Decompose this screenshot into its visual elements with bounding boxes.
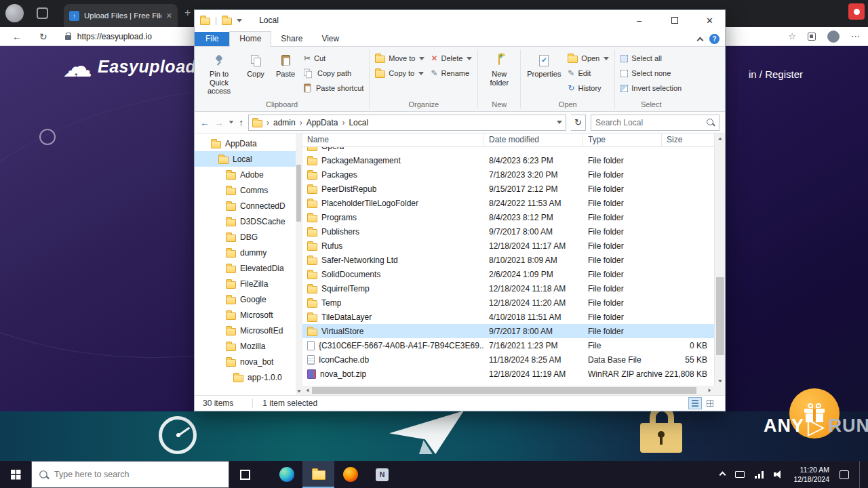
file-row[interactable]: PeerDistRepub 9/15/2017 2:12 PM File fol… xyxy=(302,182,714,196)
file-row[interactable]: {C310C6EF-5667-4A0B-A41F-7B94CE3E69... 7… xyxy=(302,338,714,352)
sidebar-folder-item[interactable]: ConnectedD xyxy=(195,198,302,214)
column-header-size[interactable]: Size xyxy=(662,134,714,146)
copy-button[interactable]: Copy xyxy=(242,49,269,80)
show-desktop-button[interactable] xyxy=(859,461,863,488)
sidebar-scrollbar-thumb[interactable] xyxy=(296,165,301,222)
sidebar-folder-item[interactable]: dummy xyxy=(195,245,302,260)
file-row[interactable]: nova_bot.zip 12/18/2024 11:19 AM WinRAR … xyxy=(302,367,714,381)
new-tab-button[interactable]: + xyxy=(184,7,191,19)
explorer-titlebar[interactable]: | Local – ✕ xyxy=(195,10,725,30)
taskbar-search-input[interactable] xyxy=(54,470,221,479)
icons-view-button[interactable] xyxy=(703,397,717,409)
taskbar-edge-button[interactable] xyxy=(271,461,302,488)
file-row[interactable]: PlaceholderTileLogoFolder 8/24/2022 11:5… xyxy=(302,196,714,210)
qat-folder-icon[interactable] xyxy=(222,18,232,25)
tab-home[interactable]: Home xyxy=(229,31,271,47)
file-row[interactable]: Rufus 12/18/2024 11:17 AM File folder xyxy=(302,239,714,253)
tab-close-icon[interactable]: ✕ xyxy=(166,12,172,20)
recent-locations-icon[interactable] xyxy=(229,121,233,124)
sidebar-folder-item[interactable]: app-1.0.0 xyxy=(195,369,302,385)
file-row[interactable]: VirtualStore 9/7/2017 8:00 AM File folde… xyxy=(302,324,714,338)
up-icon[interactable]: ↑ xyxy=(239,117,243,128)
move-to-button[interactable]: Move to xyxy=(373,52,427,64)
scroll-up-icon[interactable] xyxy=(718,137,722,140)
address-bar-url[interactable]: https://easyupload.io xyxy=(77,32,152,41)
history-button[interactable]: ↻ History xyxy=(566,82,611,94)
collapse-ribbon-icon[interactable] xyxy=(697,37,704,43)
file-row[interactable]: PackageManagement 8/4/2023 6:23 PM File … xyxy=(302,153,714,167)
start-button[interactable] xyxy=(0,461,31,488)
volume-tray-icon[interactable] xyxy=(774,470,783,479)
breadcrumb-item[interactable]: › Local xyxy=(340,118,370,127)
tab-share[interactable]: Share xyxy=(271,32,312,46)
red-extension-icon[interactable] xyxy=(848,3,865,20)
details-view-button[interactable] xyxy=(688,397,702,409)
help-icon[interactable]: ? xyxy=(709,34,719,44)
file-row[interactable]: Packages 7/18/2023 3:20 PM File folder xyxy=(302,167,714,182)
browser-avatar-icon[interactable] xyxy=(827,30,840,43)
action-center-icon[interactable] xyxy=(840,470,849,479)
paste-shortcut-button[interactable]: Paste shortcut xyxy=(302,82,366,94)
column-header-name[interactable]: Name xyxy=(302,134,484,146)
address-dropdown-icon[interactable] xyxy=(557,121,562,124)
edit-button[interactable]: ✎ Edit xyxy=(566,67,611,79)
vertical-scrollbar[interactable] xyxy=(714,134,725,386)
file-row[interactable]: Safer-Networking Ltd 8/10/2021 8:09 AM F… xyxy=(302,253,714,267)
explorer-search-box[interactable] xyxy=(591,115,719,131)
sidebar-folder-item[interactable]: FileZilla xyxy=(195,276,302,291)
taskbar-search-box[interactable] xyxy=(31,461,229,488)
sidebar-folder-item[interactable]: D3DSCache xyxy=(195,214,302,229)
browser-back-icon[interactable]: ← xyxy=(12,31,22,42)
select-none-button[interactable]: Select none xyxy=(618,67,684,79)
qat-customize-chevron-icon[interactable] xyxy=(237,19,242,22)
file-row[interactable]: SolidDocuments 2/6/2024 1:09 PM File fol… xyxy=(302,267,714,281)
file-row[interactable]: TileDataLayer 4/10/2018 11:51 AM File fo… xyxy=(302,310,714,324)
tab-view[interactable]: View xyxy=(312,32,349,46)
minimize-button[interactable]: – xyxy=(624,10,654,30)
browser-refresh-icon[interactable]: ↻ xyxy=(39,31,47,42)
rename-button[interactable]: ✎ Rename xyxy=(429,67,474,79)
taskbar-firefox-button[interactable] xyxy=(334,461,366,488)
file-row[interactable]: SquirrelTemp 12/18/2024 11:18 AM File fo… xyxy=(302,281,714,296)
scroll-left-icon[interactable] xyxy=(306,388,309,392)
taskbar-clock[interactable]: 11:20 AM 12/18/2024 xyxy=(793,465,829,484)
back-icon[interactable]: ← xyxy=(200,117,210,128)
tab-file[interactable]: File xyxy=(195,32,229,46)
sidebar-scrollbar[interactable] xyxy=(296,134,302,395)
properties-button[interactable]: ✔ Properties xyxy=(524,49,564,80)
browser-profile-icon[interactable] xyxy=(5,4,24,22)
horizontal-scrollbar-thumb[interactable] xyxy=(312,387,696,394)
sidebar-folder-item[interactable]: DBG xyxy=(195,229,302,245)
tab-overview-icon[interactable] xyxy=(37,7,48,19)
paste-button[interactable]: Paste xyxy=(271,49,300,80)
hidden-icons-chevron-icon[interactable] xyxy=(719,471,726,478)
sidebar-folder-item[interactable]: Google xyxy=(195,291,302,307)
copy-path-button[interactable]: Copy path xyxy=(302,67,366,79)
delete-button[interactable]: ✕ Delete xyxy=(429,52,474,64)
file-row[interactable]: Programs 8/4/2023 8:12 PM File folder xyxy=(302,210,714,224)
sidebar-folder-item[interactable]: Comms xyxy=(195,182,302,198)
partially-visible-row[interactable]: Opera xyxy=(302,147,714,153)
sidebar-folder-item[interactable]: MicrosoftEd xyxy=(195,323,302,338)
close-button[interactable]: ✕ xyxy=(694,10,725,30)
vertical-scrollbar-thumb[interactable] xyxy=(716,277,724,355)
sidebar-folder-item[interactable]: Adobe xyxy=(195,167,302,182)
file-row[interactable]: Publishers 9/7/2017 8:00 AM File folder xyxy=(302,224,714,239)
scroll-right-icon[interactable] xyxy=(708,388,711,392)
sidebar-folder-item[interactable]: Mozilla xyxy=(195,338,302,354)
site-security-icon[interactable] xyxy=(65,35,71,40)
column-header-date[interactable]: Date modified xyxy=(484,134,583,146)
task-view-button[interactable] xyxy=(229,461,261,488)
open-button[interactable]: Open xyxy=(566,52,611,64)
sidebar-folder-item[interactable]: Local xyxy=(195,151,302,167)
scroll-down-icon[interactable] xyxy=(718,380,722,382)
horizontal-scrollbar[interactable] xyxy=(302,386,714,395)
network-tray-icon[interactable] xyxy=(755,471,764,479)
sidebar-folder-item[interactable]: nova_bot xyxy=(195,354,302,369)
browser-tab[interactable]: ↑ Upload Files | Free File Upload ✕ xyxy=(64,4,178,27)
invert-selection-button[interactable]: Invert selection xyxy=(618,82,684,94)
explorer-search-input[interactable] xyxy=(595,118,703,127)
address-breadcrumb-box[interactable]: › admin › AppData › Local xyxy=(248,115,566,131)
sidebar-folder-item[interactable]: Microsoft xyxy=(195,307,302,323)
refresh-icon[interactable]: ↻ xyxy=(571,115,586,131)
